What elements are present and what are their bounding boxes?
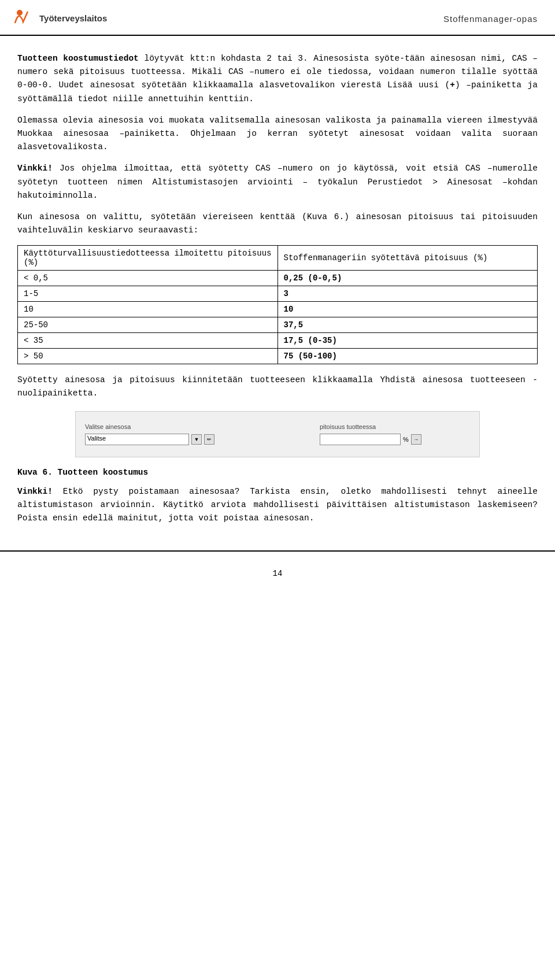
img-label-ainesosa: Valitse ainesosa bbox=[85, 423, 258, 430]
header-title: Stoffenmanager-opas bbox=[443, 14, 538, 24]
img-left-section: Valitse ainesosa Valitse ▼ ✏ bbox=[85, 423, 258, 445]
img-pitoisuus-input[interactable] bbox=[320, 434, 401, 445]
paragraph-1: Tuotteen koostumustiedot löytyvät ktt:n … bbox=[17, 52, 538, 106]
vinkki-2: Vinkki! Etkö pysty poistamaan ainesosaa?… bbox=[17, 485, 538, 526]
page-number: 14 bbox=[273, 569, 283, 578]
page-header: Työterveyslaitos Stoffenmanager-opas bbox=[0, 0, 555, 36]
img-btn-3[interactable]: → bbox=[411, 434, 421, 445]
table-cell-col2: 0,25 (0-0,5) bbox=[278, 271, 538, 286]
img-right-section: pitoisuus tuotteessa % → bbox=[320, 423, 470, 445]
table-cell-col1: < 0,5 bbox=[18, 271, 278, 286]
img-select-row: Valitse ▼ ✏ bbox=[85, 434, 258, 445]
table-col1-header: Käyttöturvallisuustiedotteessa ilmoitett… bbox=[18, 246, 278, 271]
table-header-row: Käyttöturvallisuustiedotteessa ilmoitett… bbox=[18, 246, 538, 271]
table-cell-col1: > 50 bbox=[18, 349, 278, 364]
main-content: Tuotteen koostumustiedot löytyvät ktt:n … bbox=[0, 36, 555, 545]
pitoisuus-table: Käyttöturvallisuustiedotteessa ilmoitett… bbox=[17, 245, 538, 364]
vinkki-1: Vinkki! Jos ohjelma ilmoittaa, että syöt… bbox=[17, 162, 538, 202]
table-row: < 0,50,25 (0-0,5) bbox=[18, 271, 538, 286]
paragraph-3: Kun ainesosa on valittu, syötetään viere… bbox=[17, 210, 538, 237]
table-cell-col1: < 35 bbox=[18, 333, 278, 349]
kuva-6-image: Valitse ainesosa Valitse ▼ ✏ pitoisuus t… bbox=[75, 411, 480, 457]
table-row: 1010 bbox=[18, 302, 538, 317]
img-pitoisuus-row: % → bbox=[320, 434, 421, 445]
table-cell-col1: 1-5 bbox=[18, 286, 278, 302]
table-cell-col2: 17,5 (0-35) bbox=[278, 333, 538, 349]
page-footer: 14 bbox=[0, 563, 555, 584]
table-row: > 5075 (50-100) bbox=[18, 349, 538, 364]
svg-point-0 bbox=[17, 10, 23, 16]
img-percent-symbol: % bbox=[403, 436, 409, 443]
img-btn-2[interactable]: ✏ bbox=[204, 434, 214, 445]
table-row: 25-5037,5 bbox=[18, 317, 538, 333]
footer-divider bbox=[0, 550, 555, 552]
table-cell-col2: 3 bbox=[278, 286, 538, 302]
paragraph-4: Syötetty ainesosa ja pitoisuus kiinnitet… bbox=[17, 373, 538, 400]
table-row: < 3517,5 (0-35) bbox=[18, 333, 538, 349]
paragraph-2: Olemassa olevia ainesosia voi muokata va… bbox=[17, 114, 538, 154]
bold-intro: Tuotteen koostumustiedot bbox=[17, 54, 139, 63]
table-cell-col2: 37,5 bbox=[278, 317, 538, 333]
img-ainesosa-select[interactable]: Valitse bbox=[85, 434, 189, 445]
vinkki-label-1: Vinkki! bbox=[17, 164, 53, 173]
img-btn-1[interactable]: ▼ bbox=[191, 434, 202, 445]
table-cell-col1: 25-50 bbox=[18, 317, 278, 333]
table-cell-col2: 10 bbox=[278, 302, 538, 317]
table-row: 1-53 bbox=[18, 286, 538, 302]
kuva-6-label: Kuva 6. Tuotteen koostumus bbox=[17, 468, 538, 477]
logo-icon bbox=[12, 7, 35, 30]
logo-text: Työterveyslaitos bbox=[39, 13, 107, 24]
table-cell-col2: 75 (50-100) bbox=[278, 349, 538, 364]
vinkki-label-2: Vinkki! bbox=[17, 487, 53, 496]
logo-area: Työterveyslaitos bbox=[12, 7, 107, 30]
table-col2-header: Stoffenmanageriin syötettävä pitoisuus (… bbox=[278, 246, 538, 271]
img-label-pitoisuus: pitoisuus tuotteessa bbox=[320, 423, 376, 430]
table-cell-col1: 10 bbox=[18, 302, 278, 317]
